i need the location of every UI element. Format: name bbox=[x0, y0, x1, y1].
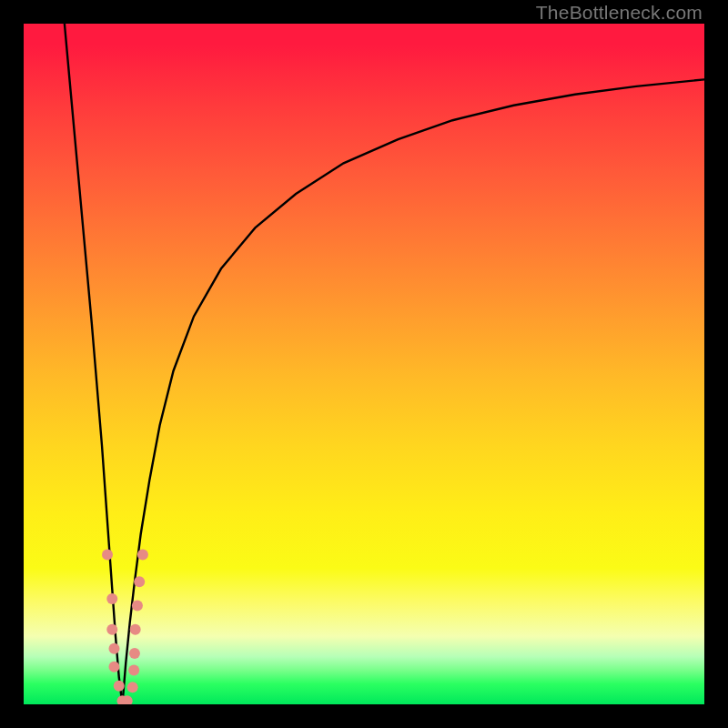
data-marker bbox=[127, 682, 138, 693]
watermark-site-name: TheBottleneck.com bbox=[536, 2, 703, 24]
chart-plot-area bbox=[24, 24, 704, 704]
data-marker bbox=[106, 593, 117, 604]
data-marker bbox=[108, 643, 119, 654]
data-marker bbox=[129, 648, 140, 659]
data-marker bbox=[137, 549, 148, 560]
data-marker bbox=[102, 549, 113, 560]
data-marker bbox=[106, 624, 117, 635]
chart-black-frame: TheBottleneck.com bbox=[0, 0, 728, 728]
data-marker bbox=[108, 662, 119, 672]
data-marker bbox=[134, 576, 145, 587]
curve-right-branch bbox=[122, 79, 704, 704]
chart-svg-overlay bbox=[24, 24, 704, 704]
data-marker bbox=[132, 601, 143, 612]
data-marker bbox=[128, 665, 139, 676]
data-marker bbox=[114, 681, 125, 692]
data-marker bbox=[130, 624, 141, 635]
